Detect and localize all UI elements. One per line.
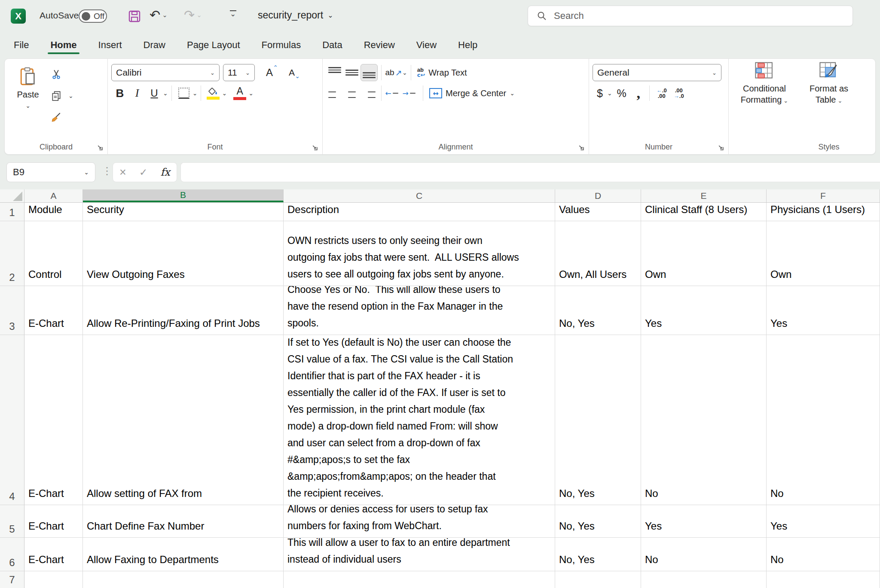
borders-button[interactable] xyxy=(175,85,192,102)
cell-e7[interactable] xyxy=(641,571,767,588)
cell-c4[interactable]: If set to Yes (default is No) the user c… xyxy=(284,335,555,505)
cell-a1[interactable]: Module xyxy=(24,203,83,221)
customize-quick-access-toolbar-button[interactable]: ⌄ xyxy=(229,10,237,18)
cell-c1[interactable]: Description xyxy=(284,203,555,221)
paste-chevron-icon[interactable]: ⌄ xyxy=(25,102,31,109)
cell-b6[interactable]: Allow Faxing to Departments xyxy=(83,538,284,571)
insert-function-fx-icon[interactable]: fx xyxy=(160,166,170,178)
cell-d3[interactable]: No, Yes xyxy=(555,286,641,335)
borders-chevron-icon[interactable]: ⌄ xyxy=(192,90,198,97)
decrease-decimal-button[interactable]: .00→.0 xyxy=(670,85,688,102)
cell-b5[interactable]: Chart Define Fax Number xyxy=(83,505,284,538)
column-header-e[interactable]: E xyxy=(641,189,767,202)
row-header-5[interactable]: 5 xyxy=(0,505,24,538)
format-as-table-button[interactable]: Format as Table⌄ xyxy=(797,61,861,140)
middle-align-button[interactable] xyxy=(343,64,361,81)
cell-c6[interactable]: This will allow a user to fax to an enti… xyxy=(284,538,555,571)
tab-view[interactable]: View xyxy=(416,35,437,55)
orientation-chevron-icon[interactable]: ⌄ xyxy=(402,69,407,76)
align-right-button[interactable] xyxy=(361,85,378,102)
accounting-chevron-icon[interactable]: ⌄ xyxy=(607,90,612,97)
italic-button[interactable]: I xyxy=(128,85,146,102)
paste-button[interactable]: Paste ⌄ xyxy=(8,63,48,140)
align-center-button[interactable] xyxy=(343,85,361,102)
cell-f2[interactable]: Own xyxy=(767,221,880,286)
cell-a6[interactable]: E-Chart xyxy=(24,538,83,571)
tab-home[interactable]: Home xyxy=(49,35,77,55)
cell-e4[interactable]: No xyxy=(641,335,767,505)
tab-insert[interactable]: Insert xyxy=(98,35,123,55)
tab-data[interactable]: Data xyxy=(321,35,343,55)
cell-b3[interactable]: Allow Re-Printing/Faxing of Print Jobs xyxy=(83,286,284,335)
alignment-dialog-launcher-icon[interactable] xyxy=(578,144,584,151)
name-box[interactable]: B9 ⌄ xyxy=(6,162,95,182)
column-header-b[interactable]: B xyxy=(83,189,284,202)
cell-c2[interactable]: OWN restricts users to only seeing their… xyxy=(284,221,555,286)
cell-d6[interactable]: No, Yes xyxy=(555,538,641,571)
font-dialog-launcher-icon[interactable] xyxy=(312,144,318,151)
number-dialog-launcher-icon[interactable] xyxy=(718,144,724,151)
increase-indent-button[interactable]: → xyxy=(402,85,419,102)
underline-chevron-icon[interactable]: ⌄ xyxy=(163,90,168,97)
merge-center-button[interactable]: ↔ Merge & Center ⌄ xyxy=(427,85,517,102)
align-left-button[interactable] xyxy=(326,85,343,102)
select-all-corner[interactable] xyxy=(0,189,24,202)
row-header-3[interactable]: 3 xyxy=(0,286,24,335)
autosave-toggle[interactable]: Off xyxy=(79,9,107,23)
orientation-button[interactable]: ab↗ xyxy=(385,64,402,81)
cell-b1[interactable]: Security xyxy=(83,203,284,221)
cell-f7[interactable] xyxy=(767,571,880,588)
cell-f6[interactable]: No xyxy=(767,538,880,571)
row-header-2[interactable]: 2 xyxy=(0,221,24,286)
undo-button[interactable]: ↶ ⌄ xyxy=(150,9,168,21)
underline-button[interactable]: U xyxy=(146,85,163,102)
font-color-chevron-icon[interactable]: ⌄ xyxy=(248,90,254,97)
cell-c3[interactable]: Choose Yes or No. This will allow these … xyxy=(284,286,555,335)
row-header-1[interactable]: 1 xyxy=(0,203,24,221)
cell-e3[interactable]: Yes xyxy=(641,286,767,335)
formula-input[interactable] xyxy=(180,162,880,182)
cell-d7[interactable] xyxy=(555,571,641,588)
cell-styles-button[interactable]: Cell Styles⌄ xyxy=(861,61,876,140)
conditional-formatting-button[interactable]: Conditional Formatting⌄ xyxy=(732,61,797,140)
format-painter-button[interactable] xyxy=(48,109,65,126)
bold-button[interactable]: B xyxy=(111,85,128,102)
cell-f1[interactable]: Physicians (1 Users) xyxy=(767,203,880,221)
cut-button[interactable] xyxy=(48,66,65,83)
redo-button[interactable]: ↷ ⌄ xyxy=(184,9,202,21)
excel-app-icon[interactable]: X xyxy=(11,9,26,24)
number-format-select[interactable]: General ⌄ xyxy=(593,64,721,81)
bottom-align-button[interactable] xyxy=(361,64,378,81)
tab-file[interactable]: File xyxy=(13,35,30,55)
column-header-d[interactable]: D xyxy=(555,189,641,202)
enter-check-icon[interactable]: ✓ xyxy=(139,167,147,178)
column-header-a[interactable]: A xyxy=(24,189,83,202)
search-input[interactable]: Search xyxy=(528,6,853,26)
cell-b2[interactable]: View Outgoing Faxes xyxy=(83,221,284,286)
increase-font-size-button[interactable]: A⌃ xyxy=(261,64,278,81)
decrease-indent-button[interactable]: ← xyxy=(385,85,402,102)
save-button[interactable] xyxy=(128,9,141,23)
cell-f4[interactable]: No xyxy=(767,335,880,505)
fill-color-chevron-icon[interactable]: ⌄ xyxy=(222,90,227,97)
cell-b4[interactable]: Allow setting of FAX from xyxy=(83,335,284,505)
cancel-icon[interactable]: × xyxy=(119,166,126,179)
cell-f5[interactable]: Yes xyxy=(767,505,880,538)
cell-d1[interactable]: Values xyxy=(555,203,641,221)
percent-style-button[interactable]: % xyxy=(612,85,631,102)
row-header-6[interactable]: 6 xyxy=(0,538,24,571)
tab-review[interactable]: Review xyxy=(363,35,396,55)
cell-a5[interactable]: E-Chart xyxy=(24,505,83,538)
cell-a3[interactable]: E-Chart xyxy=(24,286,83,335)
cell-f3[interactable]: Yes xyxy=(767,286,880,335)
column-header-f[interactable]: F xyxy=(767,189,880,202)
cell-c5[interactable]: Allows or denies access for users to set… xyxy=(284,505,555,538)
clipboard-dialog-launcher-icon[interactable] xyxy=(97,144,103,151)
cell-c7[interactable] xyxy=(284,571,555,588)
font-size-select[interactable]: 11 ⌄ xyxy=(223,64,255,81)
accounting-format-button[interactable]: $ xyxy=(593,85,607,102)
copy-button[interactable] xyxy=(48,87,65,104)
tab-help[interactable]: Help xyxy=(457,35,478,55)
fill-color-button[interactable] xyxy=(205,85,222,102)
cell-d2[interactable]: Own, All Users xyxy=(555,221,641,286)
